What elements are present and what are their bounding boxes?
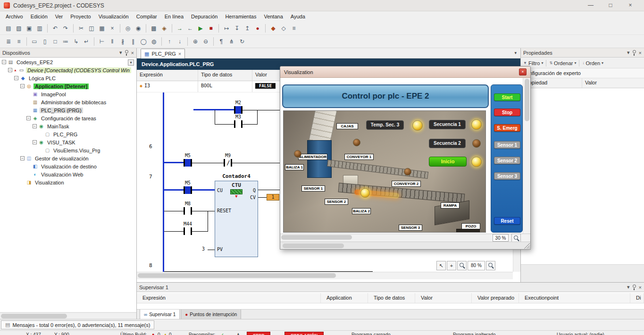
- viz-label-temp-sec-3[interactable]: Temp. Sec. 3: [366, 120, 404, 130]
- menu-edici-n[interactable]: Edición: [27, 12, 51, 21]
- ladder-contact-m8[interactable]: M8: [184, 207, 192, 215]
- sort-button[interactable]: Ordenar: [554, 60, 573, 66]
- editor-zoom-level[interactable]: 80 %: [468, 261, 485, 270]
- column-header-valor[interactable]: Valor: [415, 293, 472, 303]
- viz-button-start[interactable]: Start: [494, 93, 520, 101]
- expander-icon[interactable]: −: [14, 76, 18, 80]
- tab-close-icon[interactable]: ×: [178, 51, 181, 57]
- logout-icon[interactable]: ←: [185, 24, 195, 33]
- insert-return-icon[interactable]: ↵: [82, 37, 91, 46]
- viz-button-s-emerg[interactable]: S. Emerg: [494, 124, 520, 132]
- tree-item-imagepool[interactable]: −▣ImagePool: [0, 90, 136, 98]
- start-icon[interactable]: ▶: [196, 24, 205, 33]
- insert-box-icon[interactable]: ▭: [30, 37, 39, 46]
- order-button[interactable]: Orden: [585, 60, 600, 66]
- close-icon[interactable]: ×: [639, 285, 642, 290]
- flow-control-icon[interactable]: ≡: [289, 24, 299, 33]
- expander-icon[interactable]: −: [33, 124, 37, 128]
- devices-hscrollbar[interactable]: [0, 312, 136, 319]
- menu-ventana[interactable]: Ventana: [260, 12, 286, 21]
- paste-icon[interactable]: ▦: [97, 24, 107, 33]
- find-icon[interactable]: ◎: [123, 24, 133, 33]
- step-into-icon[interactable]: ↧: [232, 24, 242, 33]
- menu-ver[interactable]: Ver: [51, 12, 67, 21]
- viz-zoom-level[interactable]: 30 %: [493, 234, 509, 242]
- insert-jump-icon[interactable]: ↳: [71, 37, 81, 46]
- menu-compilar[interactable]: Compilar: [133, 12, 161, 21]
- select-cursor-button[interactable]: ↖: [436, 261, 446, 270]
- expander-icon[interactable]: −: [20, 156, 25, 160]
- editor-hscrollbar[interactable]: [137, 272, 513, 279]
- column-header-di[interactable]: Di: [630, 293, 644, 303]
- new-project-icon[interactable]: ▤: [4, 24, 13, 33]
- insert-input-icon[interactable]: ⊢: [97, 37, 107, 46]
- viz-button-sensor-1[interactable]: Sensor 1: [494, 141, 520, 149]
- cut-icon[interactable]: ✂: [76, 24, 86, 33]
- delete-icon[interactable]: ×: [108, 24, 117, 33]
- network-number[interactable]: 6: [149, 143, 152, 150]
- tree-item-plc-prg[interactable]: −▢PLC_PRG: [0, 130, 136, 138]
- write-values-icon[interactable]: ◇: [279, 24, 288, 33]
- ladder-contact-m44[interactable]: M44: [184, 227, 192, 235]
- tab-list-dropdown-icon[interactable]: ▾: [514, 50, 517, 55]
- pan-button[interactable]: +: [447, 261, 456, 270]
- insert-network-icon[interactable]: ≣: [4, 37, 13, 46]
- expert-configuration-label[interactable]: Configuración de experto: [521, 68, 644, 78]
- zoom-in-icon[interactable]: ⊕: [191, 37, 200, 46]
- step-out-icon[interactable]: ↥: [243, 24, 252, 33]
- tree-item-plc-prg-prg[interactable]: −▦PLC_PRG (PRG): [0, 106, 136, 114]
- pin-icon[interactable]: [633, 285, 636, 288]
- chevron-down-icon[interactable]: ▾: [602, 61, 603, 65]
- tree-item-visualizaci-n-de-destino[interactable]: −◧Visualización de destino: [0, 162, 136, 170]
- insert-empty-box-icon[interactable]: □: [50, 37, 60, 46]
- ladder-contact-m2[interactable]: M2: [234, 106, 243, 114]
- ladder-contact-m3[interactable]: M3: [234, 120, 243, 128]
- menu-proyecto[interactable]: Proyecto: [67, 12, 94, 21]
- zoom-out-icon[interactable]: ⊖: [201, 37, 210, 46]
- column-header-executionpoint[interactable]: Executionpoint: [519, 293, 630, 303]
- stop-icon[interactable]: ■: [206, 24, 216, 33]
- redo-icon[interactable]: ↷: [61, 24, 70, 33]
- viz-vscrollbar[interactable]: [523, 78, 530, 234]
- menu-visualizaci-n[interactable]: Visualización: [95, 12, 133, 21]
- chevron-down-icon[interactable]: ▾: [541, 61, 543, 65]
- force-values-icon[interactable]: ◆: [268, 24, 278, 33]
- tree-item-application-detener[interactable]: −◎Application [Detener]: [0, 82, 136, 90]
- viz-label-inicio[interactable]: Inicio: [429, 157, 467, 167]
- menu-ayuda[interactable]: Ayuda: [287, 12, 309, 21]
- rising-edge-icon[interactable]: ↑: [165, 37, 174, 46]
- column-header-expresion[interactable]: Expresión: [137, 70, 198, 81]
- tree-item-maintask[interactable]: −◉MainTask: [0, 122, 136, 130]
- close-button[interactable]: ×: [519, 68, 527, 75]
- tree-item-administrador-de-bibliotecas[interactable]: −▥Administrador de bibliotecas: [0, 98, 136, 106]
- viz-label-secuencia-1[interactable]: Secuencia 1: [429, 120, 466, 129]
- close-button[interactable]: ×: [620, 0, 640, 11]
- undo-icon[interactable]: ↶: [50, 24, 60, 33]
- tree-item-visualizaci-n-web[interactable]: −◐Visualización Web: [0, 170, 136, 178]
- column-header-application[interactable]: Application: [321, 293, 368, 303]
- toggle-breakpoint-icon[interactable]: ●: [253, 24, 262, 33]
- close-icon[interactable]: ×: [639, 50, 642, 56]
- insert-set-coil-icon[interactable]: ◍: [149, 37, 159, 46]
- viz-button-sensor-2[interactable]: Sensor 2: [494, 157, 520, 164]
- zoom-select-icon[interactable]: [486, 261, 495, 270]
- visualization-title-bar[interactable]: Visualization ×: [280, 67, 530, 78]
- column-header-tipo[interactable]: Tipo de datos: [198, 70, 252, 81]
- insert-parallel-contact-icon[interactable]: ∥: [128, 37, 138, 46]
- insert-negated-contact-icon[interactable]: ∦: [118, 37, 127, 46]
- expander-icon[interactable]: −: [33, 140, 37, 144]
- tree-item-visuelems-visu-prg[interactable]: −▢VisuElems.Visu_Prg: [0, 146, 136, 154]
- tab-plc-prg[interactable]: ▦ PLC_PRG ×: [141, 49, 185, 59]
- save-project-icon[interactable]: ▣: [25, 24, 34, 33]
- filter-button[interactable]: Filtro: [528, 60, 540, 66]
- tree-item-visu-task[interactable]: −◉VISU_TASK: [0, 138, 136, 146]
- network-number[interactable]: 8: [149, 262, 152, 268]
- insert-assignment-icon[interactable]: ≔: [61, 37, 70, 46]
- insert-contact-icon[interactable]: ‖: [108, 37, 117, 46]
- column-header-tipo-de-datos[interactable]: Tipo de datos: [368, 293, 415, 303]
- column-header-valor[interactable]: Valor: [582, 78, 644, 88]
- replace-icon[interactable]: ◉: [134, 24, 143, 33]
- copy-icon[interactable]: ◫: [87, 24, 96, 33]
- comment-icon[interactable]: ¶: [217, 37, 226, 46]
- step-over-icon[interactable]: ↦: [222, 24, 231, 33]
